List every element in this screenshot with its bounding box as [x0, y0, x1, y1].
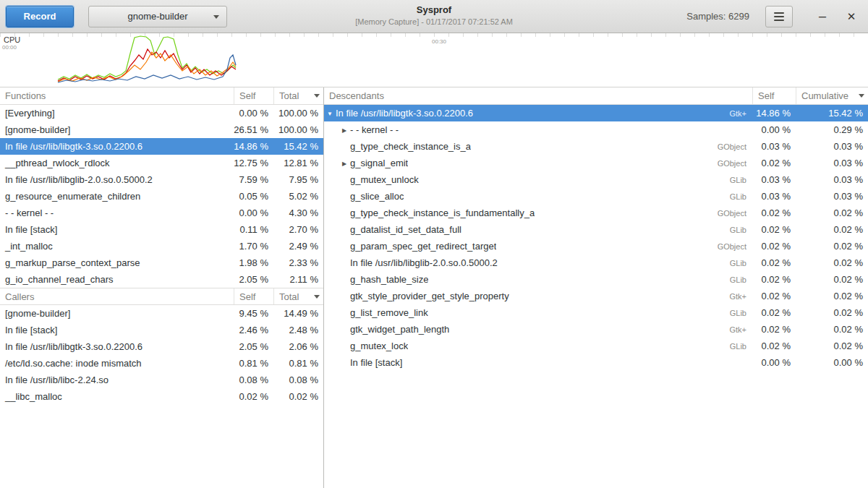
- self-percent: 0.02 %: [752, 207, 796, 218]
- table-row[interactable]: [Everything]0.00 %100.00 %: [0, 105, 323, 121]
- table-row[interactable]: g_markup_parse_context_parse1.98 %2.33 %: [0, 254, 323, 271]
- total-column-header[interactable]: Total: [273, 288, 323, 304]
- minimize-button[interactable]: –: [813, 7, 832, 26]
- table-row[interactable]: __pthread_rwlock_rdlock12.75 %12.81 %: [0, 155, 323, 171]
- functions-table-body: [Everything]0.00 %100.00 %[gnome-builder…: [0, 105, 323, 288]
- cumulative-percent: 0.00 %: [796, 357, 868, 368]
- total-percent: 0.02 %: [273, 391, 323, 402]
- record-button[interactable]: Record: [6, 6, 74, 27]
- table-row[interactable]: ▶- - kernel - -0.00 %0.29 %: [324, 121, 868, 138]
- function-name: In file [stack]: [350, 357, 402, 368]
- table-row[interactable]: g_list_remove_linkGLib0.02 %0.02 %: [324, 304, 868, 321]
- self-percent: 0.03 %: [752, 174, 796, 185]
- table-row[interactable]: In file [stack]2.46 %2.48 %: [0, 322, 323, 338]
- total-column-header[interactable]: Total: [273, 87, 323, 104]
- expander-spacer: [339, 179, 350, 180]
- time-tick-mid: 00:30: [432, 38, 446, 45]
- functions-table-header: Functions Self Total: [0, 87, 323, 105]
- self-column-header[interactable]: Self: [234, 87, 273, 104]
- function-name: [Everything]: [0, 108, 234, 119]
- table-row[interactable]: In file /usr/lib/libgtk-3.so.0.2200.614.…: [0, 138, 323, 155]
- self-percent: 0.02 %: [752, 274, 796, 285]
- table-row[interactable]: _int_malloc1.70 %2.49 %: [0, 238, 323, 254]
- table-row[interactable]: g_mutex_lockGLib0.02 %0.02 %: [324, 338, 868, 354]
- cumulative-percent: 0.02 %: [796, 274, 868, 285]
- table-row[interactable]: In file /usr/lib/libglib-2.0.so.0.5000.2…: [0, 171, 323, 188]
- table-row[interactable]: g_resource_enumerate_children0.05 %5.02 …: [0, 188, 323, 205]
- cumulative-percent: 0.02 %: [796, 257, 868, 268]
- expander-spacer: [339, 362, 350, 363]
- table-row[interactable]: g_datalist_id_set_data_fullGLib0.02 %0.0…: [324, 221, 868, 238]
- library-label: GLib: [730, 259, 752, 267]
- self-percent: 7.59 %: [234, 174, 273, 185]
- expander-spacer: [339, 262, 350, 263]
- expander-spacer: [339, 229, 350, 230]
- self-percent: 9.45 %: [234, 308, 273, 319]
- function-name: In file /usr/lib/libgtk-3.so.0.2200.6: [0, 341, 234, 352]
- table-row[interactable]: /etc/ld.so.cache: inode mismatch0.81 %0.…: [0, 355, 323, 372]
- function-name: _int_malloc: [0, 241, 234, 252]
- self-percent: 0.08 %: [234, 374, 273, 385]
- table-row[interactable]: - - kernel - -0.00 %4.30 %: [0, 205, 323, 221]
- callers-column-header[interactable]: Callers: [0, 288, 234, 304]
- function-name: In file /usr/lib/libgtk-3.so.0.2200.6: [336, 108, 473, 119]
- self-percent: 0.02 %: [234, 391, 273, 402]
- self-percent: 14.86 %: [234, 141, 273, 152]
- function-name: g_mutex_lock: [350, 341, 408, 351]
- table-row[interactable]: In file /usr/lib/libgtk-3.so.0.2200.62.0…: [0, 338, 323, 355]
- table-row[interactable]: In file /usr/lib/libc-2.24.so0.08 %0.08 …: [0, 372, 323, 388]
- table-row[interactable]: ▶g_signal_emitGObject0.02 %0.03 %: [324, 155, 868, 171]
- self-column-header[interactable]: Self: [234, 288, 273, 304]
- function-name: In file [stack]: [0, 325, 234, 335]
- expander-closed-icon[interactable]: ▶: [339, 127, 350, 134]
- process-selector-dropdown[interactable]: gnome-builder: [88, 6, 227, 27]
- cumulative-column-header[interactable]: Cumulative: [796, 87, 868, 104]
- table-row[interactable]: g_param_spec_get_redirect_targetGObject0…: [324, 238, 868, 254]
- table-row[interactable]: g_slice_allocGLib0.03 %0.03 %: [324, 188, 868, 205]
- self-percent: 0.05 %: [234, 191, 273, 202]
- sort-descending-icon: [314, 295, 320, 299]
- function-name: In file [stack]: [0, 224, 234, 235]
- table-row[interactable]: gtk_widget_path_lengthGtk+0.02 %0.02 %: [324, 321, 868, 338]
- self-percent: 2.05 %: [234, 274, 273, 285]
- table-row[interactable]: [gnome-builder]9.45 %14.49 %: [0, 305, 323, 322]
- expander-open-icon[interactable]: ▼: [324, 110, 336, 117]
- table-row[interactable]: g_type_check_instance_is_aGObject0.03 %0…: [324, 138, 868, 155]
- functions-column-header[interactable]: Functions: [0, 87, 234, 104]
- cumulative-percent: 0.02 %: [796, 291, 868, 301]
- table-row[interactable]: In file [stack]0.11 %2.70 %: [0, 221, 323, 238]
- close-button[interactable]: ✕: [842, 7, 861, 26]
- self-percent: 0.00 %: [752, 124, 796, 135]
- expander-spacer: [339, 146, 350, 147]
- table-row[interactable]: In file /usr/lib/libglib-2.0.so.0.5000.2…: [324, 254, 868, 271]
- self-percent: 2.05 %: [234, 341, 273, 352]
- self-percent: 0.02 %: [752, 307, 796, 318]
- cumulative-percent: 0.02 %: [796, 241, 868, 252]
- hamburger-menu-button[interactable]: [765, 6, 793, 27]
- table-row[interactable]: ▼In file /usr/lib/libgtk-3.so.0.2200.6Gt…: [324, 105, 868, 121]
- total-percent: 12.81 %: [273, 158, 323, 168]
- table-row[interactable]: g_type_check_instance_is_fundamentally_a…: [324, 205, 868, 221]
- total-percent: 7.95 %: [273, 174, 323, 185]
- function-name: In file /usr/lib/libglib-2.0.so.0.5000.2: [350, 257, 498, 268]
- table-row[interactable]: g_io_channel_read_chars2.05 %2.11 %: [0, 271, 323, 288]
- table-row[interactable]: g_hash_table_sizeGLib0.02 %0.02 %: [324, 271, 868, 288]
- self-column-header[interactable]: Self: [752, 87, 796, 104]
- self-percent: 0.02 %: [752, 158, 796, 168]
- self-percent: 0.00 %: [752, 357, 796, 368]
- table-row[interactable]: In file [stack]0.00 %0.00 %: [324, 354, 868, 371]
- cpu-usage-graph[interactable]: CPU 00:00 00:30: [0, 33, 868, 87]
- table-row[interactable]: gtk_style_provider_get_style_propertyGtk…: [324, 288, 868, 304]
- table-row[interactable]: [gnome-builder]26.51 %100.00 %: [0, 121, 323, 138]
- table-row[interactable]: g_mutex_unlockGLib0.03 %0.03 %: [324, 171, 868, 188]
- cumulative-percent: 0.03 %: [796, 158, 868, 168]
- library-label: GObject: [718, 142, 752, 151]
- expander-closed-icon[interactable]: ▶: [339, 160, 350, 167]
- total-percent: 2.48 %: [273, 325, 323, 335]
- descendants-column-header[interactable]: Descendants: [324, 87, 752, 104]
- chevron-down-icon: [213, 15, 219, 19]
- self-percent: 0.02 %: [752, 341, 796, 351]
- table-row[interactable]: __libc_malloc0.02 %0.02 %: [0, 388, 323, 405]
- library-label: GObject: [718, 242, 752, 251]
- function-name: gtk_style_provider_get_style_property: [350, 291, 509, 301]
